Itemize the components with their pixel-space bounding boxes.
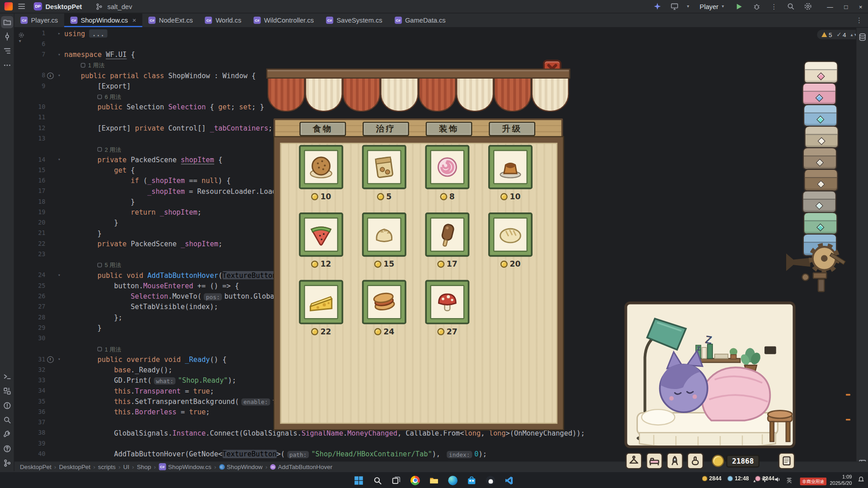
tool-rail-icon-commit[interactable] (1, 30, 13, 42)
file-tab-gamedata-cs[interactable]: C#GameData.cs (388, 13, 452, 27)
breadcrumb-item[interactable]: mAddTabButtonHover (270, 464, 333, 470)
override-marker-icon[interactable]: ↑ (47, 356, 54, 363)
breadcrumb-item[interactable]: CShopWindow (219, 464, 263, 470)
chest-blue[interactable] (803, 104, 838, 127)
shop-item-bread[interactable] (488, 212, 533, 257)
shop-item-dumpling[interactable] (362, 212, 406, 257)
cannon-gadget[interactable] (785, 239, 857, 300)
shop-item-mushroom[interactable] (425, 280, 469, 324)
usages-annotation[interactable]: 1 用法 (98, 344, 121, 355)
chest-green[interactable] (803, 212, 838, 235)
notification-bell-icon[interactable] (858, 475, 865, 485)
tool-rail-icon-build[interactable] (1, 428, 13, 441)
shop-tab-2[interactable]: 治疗 (363, 122, 409, 136)
fold-marker-icon[interactable]: ▾ (55, 49, 63, 60)
shop-item-popsicle[interactable] (425, 212, 469, 257)
shop-item-pudding[interactable] (488, 145, 533, 189)
pet-tool-wardrobe-button[interactable] (626, 453, 642, 469)
tool-rail-icon-project[interactable] (1, 16, 13, 28)
chest-pink[interactable] (802, 82, 836, 105)
file-tab-savesystem-cs[interactable]: C#SaveSystem.cs (320, 13, 388, 27)
chevron-down-icon[interactable]: ▾ (687, 4, 689, 9)
breadcrumb-item[interactable]: DesktopPet (20, 464, 52, 470)
pet-tool-rocket-button[interactable] (666, 453, 683, 469)
taskbar-app-code[interactable] (502, 474, 516, 488)
shop-window[interactable]: 食物治疗装饰升级 10581012151720222427 (266, 60, 570, 429)
fold-marker-icon[interactable]: ▸ (55, 28, 63, 38)
pet-tool-hand-button[interactable] (687, 453, 704, 469)
taskbar-app-start[interactable] (352, 474, 366, 488)
fold-marker-icon[interactable]: ▾ (55, 155, 63, 165)
pet-room-window[interactable]: z Z (624, 301, 795, 448)
tool-rail-icon-services[interactable] (1, 385, 13, 397)
tool-rail-icon-vcs[interactable] (1, 457, 13, 469)
shop-item-cheese[interactable] (299, 280, 343, 324)
fold-marker-icon[interactable]: ▾ (55, 354, 63, 365)
run-config-selector[interactable]: Player ▾ (696, 1, 727, 11)
file-tab-world-cs[interactable]: C#World.cs (199, 13, 247, 27)
tool-rail-icon-database[interactable] (856, 31, 868, 43)
pet-tool-furniture-button[interactable] (646, 453, 663, 469)
search-everywhere-icon[interactable] (786, 1, 796, 11)
usages-annotation[interactable]: 1 用法 (81, 60, 104, 70)
screen-share-icon[interactable] (670, 1, 679, 11)
tool-rail-icon-help[interactable] (1, 443, 13, 455)
pet-tool-ledger-button[interactable] (778, 453, 795, 469)
close-button[interactable]: × (859, 3, 863, 10)
debug-button[interactable] (752, 1, 762, 11)
chest-gray[interactable] (802, 190, 836, 213)
file-tab-wildcontroller-cs[interactable]: C#WildController.cs (247, 13, 320, 27)
usages-annotation[interactable]: 5 用法 (98, 260, 121, 271)
breadcrumb-item[interactable]: scripts (98, 464, 116, 470)
taskbar-app-store[interactable] (465, 474, 479, 488)
project-widget[interactable]: DP DesktopPet (30, 1, 85, 11)
chest-cream[interactable] (804, 61, 838, 84)
tab-options-icon[interactable]: ⋮ (856, 16, 868, 24)
chest-brown[interactable] (804, 169, 838, 191)
chest-tan[interactable] (804, 126, 839, 148)
more-actions-icon[interactable]: ⋮ (769, 1, 779, 11)
volume-icon[interactable] (774, 475, 781, 485)
scrollbar-warning-mark[interactable] (846, 419, 850, 421)
breadcrumb-item[interactable]: C#ShopWindow.cs (159, 463, 212, 470)
vcs-branch-widget[interactable]: salt_dev (91, 0, 136, 13)
close-tab-icon[interactable]: × (132, 16, 137, 24)
scrollbar-warning-mark[interactable] (846, 394, 850, 396)
file-tab-shopwindow-cs[interactable]: C#ShopWindow.cs× (64, 13, 142, 27)
shop-item-bun[interactable] (299, 145, 343, 189)
shop-tab-4[interactable]: 升级 (489, 122, 535, 136)
taskbar-app-search[interactable] (371, 474, 385, 488)
shop-item-hotdog[interactable] (362, 280, 406, 324)
maximize-button[interactable]: □ (844, 3, 848, 10)
file-tab-player-cs[interactable]: C#Player.cs (14, 13, 64, 27)
taskbar-app-chrome[interactable] (408, 474, 422, 488)
settings-gear-icon[interactable] (803, 1, 813, 11)
inheritance-marker-icon[interactable]: ↓ (47, 72, 54, 79)
breadcrumb-item[interactable]: UI (123, 464, 129, 470)
inspections-widget[interactable]: 5 ✓4 ▴▾ (817, 30, 856, 39)
main-menu-icon[interactable] (18, 4, 25, 9)
tool-rail-icon-problems[interactable] (1, 399, 13, 412)
breadcrumb-item[interactable]: Shop (137, 464, 151, 470)
language-indicator[interactable]: 英 (787, 476, 792, 484)
shop-item-snack-bag[interactable] (362, 145, 406, 189)
taskbar-clock[interactable]: 1:09 2025/5/20 (830, 474, 852, 487)
taskbar-app-explorer[interactable] (427, 474, 441, 488)
file-tab-nodeext-cs[interactable]: C#NodeExt.cs (142, 13, 199, 27)
fold-marker-icon[interactable]: ▾ (55, 270, 63, 281)
tool-rail-icon-more[interactable] (1, 59, 13, 71)
fold-marker-icon[interactable]: ▾ (55, 70, 63, 81)
chest-taupe[interactable] (803, 147, 837, 170)
taskbar-app-task-view[interactable] (389, 474, 403, 488)
tool-rail-icon-terminal[interactable] (1, 371, 13, 383)
run-button[interactable] (735, 1, 745, 11)
shop-tab-1[interactable]: 食物 (299, 122, 346, 136)
taskbar-app-edge[interactable] (446, 474, 460, 488)
breadcrumb-item[interactable]: DesktopPet (59, 464, 90, 470)
tool-rail-icon-structure[interactable] (1, 45, 13, 57)
ai-assistant-icon[interactable] (653, 1, 663, 11)
usages-annotation[interactable]: 6 用法 (98, 92, 121, 102)
tool-rail-icon-search[interactable] (1, 414, 13, 426)
taskbar-app-github[interactable] (484, 474, 498, 488)
minimize-button[interactable]: — (827, 3, 833, 10)
